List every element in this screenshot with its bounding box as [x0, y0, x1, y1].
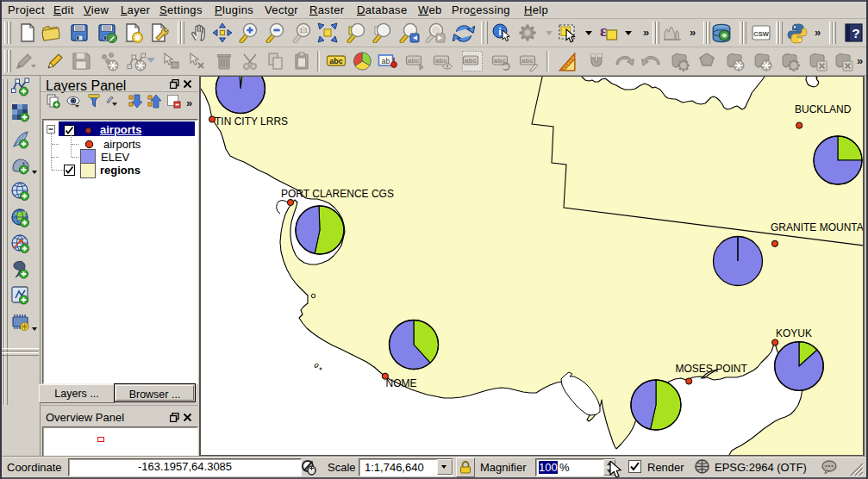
svg-text:abc: abc	[435, 57, 447, 65]
svg-text:abc: abc	[329, 57, 343, 65]
svg-text:TIN CITY LRRS: TIN CITY LRRS	[215, 115, 288, 128]
svg-text:ab: ab	[381, 57, 390, 65]
svg-text:abc: abc	[521, 57, 534, 65]
svg-text:1:1: 1:1	[299, 28, 308, 34]
svg-text:abc: abc	[408, 57, 420, 65]
svg-text:KOYUK: KOYUK	[776, 327, 812, 339]
svg-text:MOSES POINT: MOSES POINT	[676, 363, 748, 375]
svg-text:PORT CLARENCE CGS: PORT CLARENCE CGS	[281, 188, 394, 200]
svg-text:CSW: CSW	[753, 30, 769, 38]
svg-text:ε: ε	[600, 22, 607, 40]
svg-text:?: ?	[852, 26, 859, 40]
svg-text:abc: abc	[465, 57, 477, 65]
svg-text:BUCKLAND: BUCKLAND	[795, 103, 852, 115]
svg-text:GRANITE MOUNTAIN: GRANITE MOUNTAIN	[771, 221, 863, 233]
svg-text:i: i	[498, 25, 502, 38]
svg-text:NOME: NOME	[386, 377, 417, 389]
